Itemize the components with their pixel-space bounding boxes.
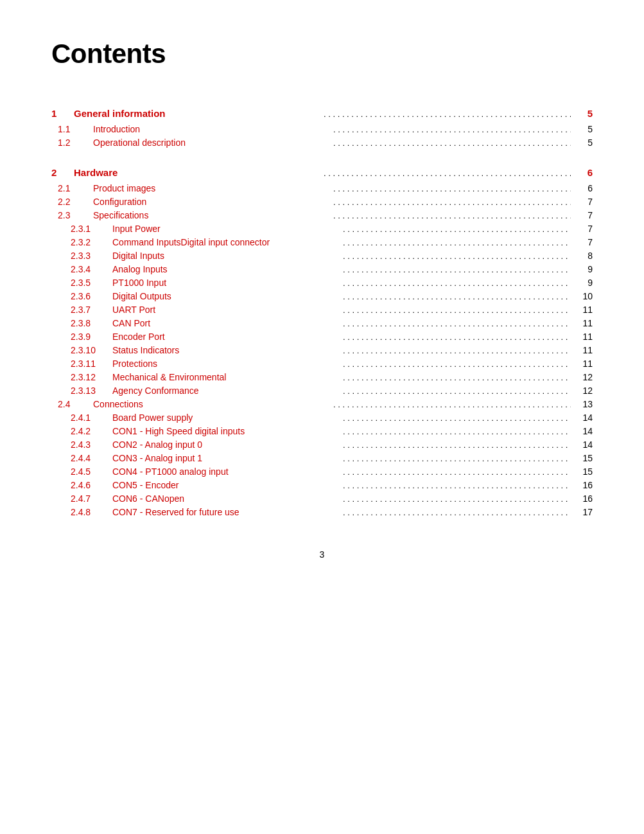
subsub-title-2-3-8: CAN Port xyxy=(112,318,340,328)
subsub-page-2-3-4: 9 xyxy=(573,264,593,274)
section-dots-2: . . . . . . . . . . . . . . . . . . . . … xyxy=(324,168,571,178)
subsub-dots-2-3-2: . . . . . . . . . . . . . . . . . . . . … xyxy=(343,238,571,247)
subsub-page-2-4-1: 14 xyxy=(573,413,593,423)
subsub-number-2-4-1: 2.4.1 xyxy=(71,413,112,423)
subsub-title-2-3-4: Analog Inputs xyxy=(112,264,340,274)
subsub-title-2-4-6: CON5 - Encoder xyxy=(112,480,340,490)
subsub-dots-2-4-8: . . . . . . . . . . . . . . . . . . . . … xyxy=(343,508,571,517)
section-page-2: 6 xyxy=(573,167,593,178)
sub-dots-2-1: . . . . . . . . . . . . . . . . . . . . … xyxy=(333,184,571,193)
subsub-dots-2-3-11: . . . . . . . . . . . . . . . . . . . . … xyxy=(343,359,571,369)
sub-number-2-2: 2.2 xyxy=(58,197,93,207)
sub-dots-1-2: . . . . . . . . . . . . . . . . . . . . … xyxy=(333,138,571,148)
subsub-dots-2-4-5: . . . . . . . . . . . . . . . . . . . . … xyxy=(343,467,571,477)
sub-page-2-1: 6 xyxy=(573,183,593,193)
subsub-dots-2-4-7: . . . . . . . . . . . . . . . . . . . . … xyxy=(343,494,571,504)
sub-number-2-4: 2.4 xyxy=(58,399,93,409)
section-page-1: 5 xyxy=(573,108,593,119)
section-dots-1: . . . . . . . . . . . . . . . . . . . . … xyxy=(324,109,571,119)
subsub-dots-2-4-2: . . . . . . . . . . . . . . . . . . . . … xyxy=(343,427,571,436)
subsub-dots-2-3-4: . . . . . . . . . . . . . . . . . . . . … xyxy=(343,265,571,274)
subsub-number-2-3-11: 2.3.11 xyxy=(71,359,112,369)
subsection-2-4: 2.4Connections. . . . . . . . . . . . . … xyxy=(51,399,593,409)
subsub-page-2-4-6: 16 xyxy=(573,480,593,490)
subsub-number-2-3-2: 2.3.2 xyxy=(71,237,112,247)
subsection-2-1: 2.1Product images. . . . . . . . . . . .… xyxy=(51,183,593,193)
subsubsection-2-4-6: 2.4.6CON5 - Encoder. . . . . . . . . . .… xyxy=(51,480,593,490)
subsub-number-2-3-5: 2.3.5 xyxy=(71,278,112,288)
sub-number-1-2: 1.2 xyxy=(58,138,93,148)
subsub-page-2-3-3: 8 xyxy=(573,251,593,261)
subsub-dots-2-3-9: . . . . . . . . . . . . . . . . . . . . … xyxy=(343,332,571,342)
sub-dots-1-1: . . . . . . . . . . . . . . . . . . . . … xyxy=(333,125,571,134)
subsub-title-2-3-2: Command InputsDigital input connector xyxy=(112,237,340,247)
subsub-title-2-3-11: Protections xyxy=(112,359,340,369)
subsub-title-2-3-1: Input Power xyxy=(112,224,340,234)
subsubsection-2-3-8: 2.3.8CAN Port. . . . . . . . . . . . . .… xyxy=(51,318,593,328)
subsub-number-2-3-9: 2.3.9 xyxy=(71,332,112,342)
sub-title-2-3: Specifications xyxy=(93,210,331,220)
subsub-page-2-3-10: 11 xyxy=(573,345,593,355)
subsub-title-2-4-5: CON4 - PT1000 analog input xyxy=(112,466,340,477)
subsub-dots-2-4-1: . . . . . . . . . . . . . . . . . . . . … xyxy=(343,413,571,423)
subsub-title-2-3-13: Agency Conformance xyxy=(112,386,340,396)
sub-title-2-4: Connections xyxy=(93,399,331,409)
subsub-page-2-4-2: 14 xyxy=(573,426,593,436)
subsub-page-2-3-13: 12 xyxy=(573,386,593,396)
subsub-number-2-3-12: 2.3.12 xyxy=(71,372,112,382)
subsub-number-2-3-1: 2.3.1 xyxy=(71,224,112,234)
subsubsection-2-4-1: 2.4.1Board Power supply. . . . . . . . .… xyxy=(51,413,593,423)
subsection-2-3: 2.3Specifications. . . . . . . . . . . .… xyxy=(51,210,593,220)
subsub-number-2-4-4: 2.4.4 xyxy=(71,453,112,463)
subsub-number-2-3-8: 2.3.8 xyxy=(71,318,112,328)
subsub-page-2-3-12: 12 xyxy=(573,372,593,382)
subsubsection-2-3-2: 2.3.2Command InputsDigital input connect… xyxy=(51,237,593,247)
subsub-title-2-4-8: CON7 - Reserved for future use xyxy=(112,507,340,517)
subsub-number-2-3-6: 2.3.6 xyxy=(71,291,112,301)
subsubsection-2-3-1: 2.3.1Input Power. . . . . . . . . . . . … xyxy=(51,224,593,234)
section-title-2: Hardware xyxy=(74,167,321,178)
subsubsection-2-4-7: 2.4.7CON6 - CANopen. . . . . . . . . . .… xyxy=(51,493,593,504)
subsub-title-2-3-6: Digital Outputs xyxy=(112,291,340,301)
sub-number-2-1: 2.1 xyxy=(58,183,93,193)
subsubsection-2-3-3: 2.3.3Digital Inputs. . . . . . . . . . .… xyxy=(51,251,593,261)
subsub-page-2-3-7: 11 xyxy=(573,305,593,315)
subsub-title-2-3-7: UART Port xyxy=(112,305,340,315)
subsub-title-2-4-1: Board Power supply xyxy=(112,413,340,423)
subsection-1-1: 1.1Introduction. . . . . . . . . . . . .… xyxy=(51,124,593,134)
subsubsection-2-3-13: 2.3.13Agency Conformance. . . . . . . . … xyxy=(51,386,593,396)
subsub-page-2-4-3: 14 xyxy=(573,439,593,450)
subsub-page-2-3-6: 10 xyxy=(573,291,593,301)
subsub-number-2-3-7: 2.3.7 xyxy=(71,305,112,315)
page-footer: 3 xyxy=(51,549,593,560)
subsub-page-2-3-1: 7 xyxy=(573,224,593,234)
subsub-number-2-3-10: 2.3.10 xyxy=(71,345,112,355)
sub-number-1-1: 1.1 xyxy=(58,124,93,134)
sub-page-2-2: 7 xyxy=(573,197,593,207)
section-header-1: 1General information. . . . . . . . . . … xyxy=(51,108,593,119)
subsubsection-2-4-4: 2.4.4CON3 - Analog input 1. . . . . . . … xyxy=(51,453,593,463)
subsub-page-2-3-2: 7 xyxy=(573,237,593,247)
subsection-1-2: 1.2Operational description. . . . . . . … xyxy=(51,138,593,148)
sub-title-1-1: Introduction xyxy=(93,124,331,134)
sub-dots-2-2: . . . . . . . . . . . . . . . . . . . . … xyxy=(333,197,571,207)
subsub-title-2-3-12: Mechanical & Environmental xyxy=(112,372,340,382)
subsub-title-2-3-10: Status Indicators xyxy=(112,345,340,355)
subsub-number-2-3-3: 2.3.3 xyxy=(71,251,112,261)
subsub-dots-2-3-12: . . . . . . . . . . . . . . . . . . . . … xyxy=(343,373,571,382)
sub-title-1-2: Operational description xyxy=(93,138,331,148)
subsub-number-2-3-4: 2.3.4 xyxy=(71,264,112,274)
subsub-dots-2-3-6: . . . . . . . . . . . . . . . . . . . . … xyxy=(343,292,571,301)
page-title: Contents xyxy=(51,39,593,69)
subsub-page-2-3-5: 9 xyxy=(573,278,593,288)
subsub-number-2-4-6: 2.4.6 xyxy=(71,480,112,490)
subsub-page-2-4-7: 16 xyxy=(573,493,593,504)
subsub-title-2-3-3: Digital Inputs xyxy=(112,251,340,261)
subsub-title-2-4-7: CON6 - CANopen xyxy=(112,493,340,504)
subsub-dots-2-4-3: . . . . . . . . . . . . . . . . . . . . … xyxy=(343,440,571,450)
subsub-title-2-4-3: CON2 - Analog input 0 xyxy=(112,439,340,450)
sub-page-2-4: 13 xyxy=(573,399,593,409)
section-number-1: 1 xyxy=(51,108,74,119)
toc-container: 1General information. . . . . . . . . . … xyxy=(51,108,593,517)
sub-dots-2-4: . . . . . . . . . . . . . . . . . . . . … xyxy=(333,400,571,409)
